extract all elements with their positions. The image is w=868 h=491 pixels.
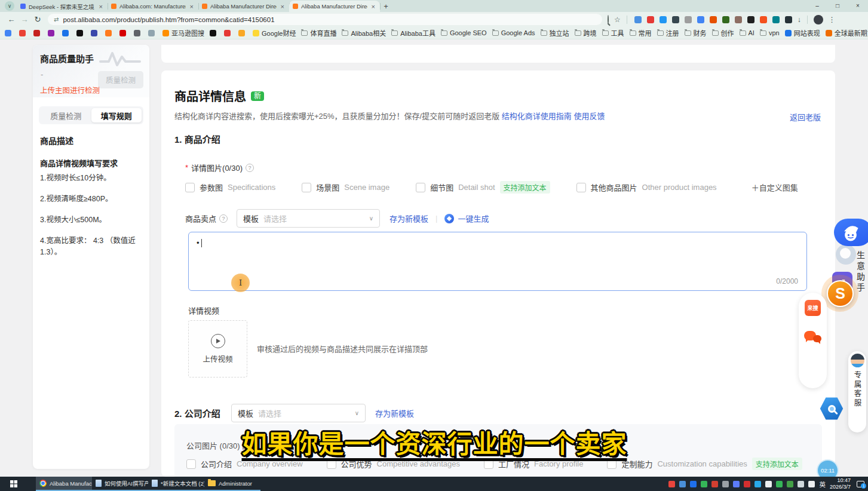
extension-icon[interactable] (634, 16, 642, 23)
checkbox[interactable] (186, 459, 196, 469)
bookmark-item[interactable]: 常用 (630, 28, 652, 38)
tray-icon[interactable] (754, 481, 761, 487)
extension-icon[interactable] (747, 16, 754, 23)
browser-tab[interactable]: Alibaba Manufacturer Direct... × (289, 1, 380, 12)
bookmark-item[interactable] (210, 30, 219, 36)
bookmark-item[interactable] (105, 30, 114, 36)
bookmark-item[interactable]: 体育直播 (301, 28, 336, 38)
business-assistant-icon[interactable] (834, 219, 868, 246)
moon-widget-icon[interactable] (836, 244, 856, 265)
profile-avatar[interactable] (814, 15, 823, 24)
extension-icon[interactable] (685, 16, 692, 23)
bookmark-item[interactable]: 独立站 (541, 28, 569, 38)
checkbox[interactable] (416, 183, 425, 192)
business-assistant-label[interactable]: 生意助手 (854, 251, 866, 294)
bookmark-item[interactable]: Google SEO (441, 29, 487, 36)
save-as-template-link[interactable]: 存为新模板 (389, 213, 428, 224)
browser-tab[interactable]: DeepSeek - 探索未至之境 × (17, 1, 108, 12)
extension-icon[interactable] (660, 16, 667, 23)
bookmark-item[interactable]: Google财经 (253, 28, 296, 38)
skype-icon[interactable]: S (827, 280, 854, 307)
bookmark-item[interactable]: AI (740, 29, 754, 36)
bookmark-item[interactable] (19, 30, 28, 36)
bookmark-item[interactable]: 注册 (657, 28, 679, 38)
taskbar-app-button[interactable]: Alibaba Manufact... (36, 477, 92, 491)
tray-icon[interactable] (679, 481, 686, 487)
extension-icon[interactable] (672, 16, 679, 23)
upload-video-button[interactable]: 上传视频 (188, 320, 247, 378)
one-click-generate-button[interactable]: 一键生成 (444, 213, 489, 224)
selling-point-textarea[interactable]: • 0/2000 (188, 232, 807, 291)
ime-indicator[interactable]: 英 (819, 480, 826, 489)
zoom-icon[interactable] (608, 16, 609, 24)
tab-close-icon[interactable]: × (189, 3, 195, 10)
start-button[interactable] (0, 477, 27, 491)
tray-icon[interactable] (690, 481, 697, 487)
window-minimize-icon[interactable]: – (807, 0, 827, 11)
company-template-select[interactable]: 模板 请选择 ∨ (231, 404, 366, 422)
bookmark-item[interactable] (134, 30, 143, 36)
browser-tab[interactable]: Alibaba Manufacturer Direct... × (198, 1, 289, 12)
tray-icon[interactable] (787, 481, 793, 487)
bookmark-item[interactable]: Google Ads (492, 29, 535, 36)
bookmark-item[interactable]: 工具 (602, 28, 624, 38)
taskbar-app-button[interactable]: 如何使用AI撰写产... (92, 477, 148, 491)
bookmark-item[interactable] (224, 30, 233, 36)
extension-icon[interactable] (760, 16, 767, 23)
extension-icon[interactable] (735, 16, 742, 23)
dedicated-service-widget[interactable]: 专属客服 (848, 351, 866, 432)
help-icon[interactable]: ? (219, 214, 228, 223)
tab-close-icon[interactable]: × (98, 3, 104, 10)
tab-close-icon[interactable]: × (280, 3, 286, 10)
add-custom-gallery-button[interactable]: ＋自定义图集 (752, 182, 798, 193)
bookmark-item[interactable] (238, 30, 247, 36)
save-as-template-link[interactable]: 存为新模板 (375, 407, 414, 419)
bookmark-item[interactable]: Alibaba相关 (342, 28, 386, 38)
bookmark-item[interactable]: 创作 (712, 28, 734, 38)
tray-icon[interactable] (701, 481, 707, 487)
download-icon[interactable]: ↓ (798, 16, 801, 24)
bookmark-item[interactable]: 全球最新期货市场... (826, 28, 868, 38)
tab-search-icon[interactable]: ∨ (5, 1, 14, 11)
extension-icon[interactable] (697, 16, 704, 23)
upload-main-image-link[interactable]: 上传主图进行检测 (40, 84, 100, 96)
extension-icon[interactable] (772, 16, 780, 23)
bookmark-item[interactable]: 跨境 (575, 28, 597, 38)
forward-icon[interactable]: → (18, 15, 31, 24)
tray-icon[interactable] (722, 481, 729, 487)
site-info-icon[interactable]: ⇄ (54, 16, 59, 23)
tray-icon[interactable] (733, 481, 740, 487)
laisou-icon[interactable]: 来搜 (799, 294, 827, 322)
extension-icon[interactable] (710, 16, 717, 23)
bookmark-item[interactable]: 网站表现 (785, 28, 820, 38)
notification-center-icon[interactable]: 1 (857, 481, 864, 487)
tray-icon[interactable] (776, 481, 783, 487)
sidebar-tab[interactable]: 质量检测 (41, 108, 91, 122)
tray-icon[interactable] (744, 481, 750, 487)
bookmark-item[interactable] (5, 30, 14, 36)
bookmark-item[interactable] (76, 30, 85, 36)
bookmark-item[interactable]: Alibaba工具 (391, 28, 435, 38)
sidebar-tab[interactable]: 填写规则 (91, 108, 142, 122)
usage-guide-link[interactable]: 结构化商详使用指南 (502, 112, 572, 121)
tray-icon[interactable] (798, 481, 804, 487)
taskbar-app-button[interactable]: *新建文本文档 (2).t... (148, 477, 204, 491)
browser-menu-icon[interactable]: ⋮ (829, 16, 836, 24)
extension-icon[interactable] (722, 16, 729, 23)
feedback-link[interactable]: 使用反馈 (574, 112, 605, 121)
bookmark-item[interactable]: vpn (760, 29, 780, 36)
reload-icon[interactable]: ↻ (31, 15, 44, 24)
template-select[interactable]: 模板 请选择 ∨ (237, 209, 380, 228)
back-to-old-version-link[interactable]: 返回老版 (790, 111, 821, 122)
url-text[interactable]: post.alibaba.com/product/publish.htm?fro… (63, 16, 274, 23)
window-maximize-icon[interactable]: □ (827, 0, 848, 11)
wechat-icon[interactable] (799, 323, 827, 351)
quality-check-button[interactable]: 质量检测 (98, 71, 143, 88)
window-close-icon[interactable]: × (848, 0, 868, 11)
checkbox[interactable] (185, 183, 195, 192)
tray-icon[interactable] (808, 481, 815, 487)
taskbar-clock[interactable]: 10:47 2026/3/7 (830, 477, 851, 490)
help-icon[interactable]: ? (246, 164, 254, 172)
back-icon[interactable]: ← (5, 15, 18, 24)
browser-tab[interactable]: Alibaba.com: Manufacturers... × (108, 1, 198, 12)
